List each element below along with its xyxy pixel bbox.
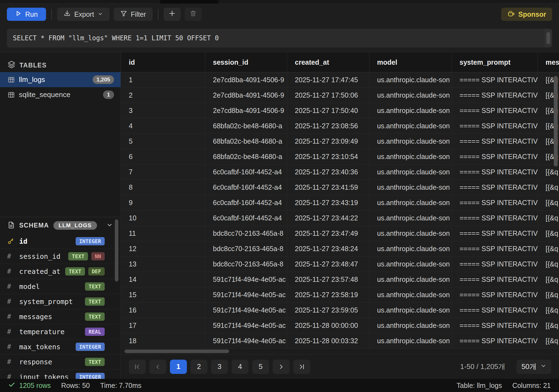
grid-horizontal-scrollbar[interactable] bbox=[121, 349, 559, 354]
table-cell[interactable]: ===== SSP INTERACTIV bbox=[452, 149, 538, 164]
table-cell[interactable]: [{&q bbox=[538, 287, 559, 302]
table-cell[interactable]: 591c71f4-494e-4e05-ac bbox=[205, 303, 287, 318]
grid-vertical-scrollbar-thumb[interactable] bbox=[554, 76, 558, 166]
sponsor-button[interactable]: Sponsor bbox=[501, 8, 552, 21]
table-cell[interactable]: 2025-11-28 00:03:32 bbox=[287, 333, 369, 348]
add-row-button[interactable] bbox=[164, 8, 181, 21]
table-cell[interactable]: 2025-11-27 17:50:40 bbox=[287, 103, 369, 118]
table-cell[interactable]: 15 bbox=[121, 287, 205, 302]
table-cell[interactable]: 2025-11-27 23:40:36 bbox=[287, 164, 369, 180]
table-cell[interactable]: 68bfa02c-be48-4680-a bbox=[205, 118, 287, 133]
table-cell[interactable]: [{&q bbox=[538, 257, 559, 272]
table-cell[interactable]: 11 bbox=[121, 226, 205, 241]
table-cell[interactable]: ===== SSP INTERACTIV bbox=[452, 318, 538, 333]
table-cell[interactable]: 2025-11-27 23:09:49 bbox=[287, 134, 369, 149]
table-cell[interactable]: ===== SSP INTERACTIV bbox=[452, 241, 538, 256]
column-header-messages[interactable]: messages bbox=[538, 52, 559, 72]
table-cell[interactable]: 2025-11-27 17:47:45 bbox=[287, 72, 369, 87]
table-cell[interactable]: ===== SSP INTERACTIV bbox=[452, 257, 538, 272]
table-cell[interactable]: us.anthropic.claude-son bbox=[369, 303, 452, 318]
table-cell[interactable]: us.anthropic.claude-son bbox=[369, 272, 452, 287]
table-cell[interactable]: 2025-11-27 23:47:49 bbox=[287, 226, 369, 241]
run-button[interactable]: Run bbox=[7, 8, 46, 21]
column-header-id[interactable]: id bbox=[121, 52, 205, 72]
page-button-4[interactable]: 4 bbox=[232, 360, 249, 374]
table-cell[interactable]: ===== SSP INTERACTIV bbox=[452, 303, 538, 318]
table-cell[interactable]: 2025-11-27 23:48:24 bbox=[287, 241, 369, 256]
table-cell[interactable]: us.anthropic.claude-son bbox=[369, 226, 452, 241]
table-cell[interactable]: 10 bbox=[121, 211, 205, 226]
table-cell[interactable]: 8 bbox=[121, 180, 205, 195]
table-cell[interactable]: ===== SSP INTERACTIV bbox=[452, 103, 538, 118]
table-cell[interactable]: ===== SSP INTERACTIV bbox=[452, 287, 538, 302]
table-cell[interactable]: 591c71f4-494e-4e05-ac bbox=[205, 272, 287, 287]
table-cell[interactable]: 2025-11-27 23:10:54 bbox=[287, 149, 369, 164]
table-cell[interactable]: 2e7cd8ba-4091-4506-9 bbox=[205, 72, 287, 87]
table-cell[interactable]: us.anthropic.claude-son bbox=[369, 88, 452, 103]
table-cell[interactable]: 2025-11-27 23:08:56 bbox=[287, 118, 369, 133]
column-header-system_prompt[interactable]: system_prompt bbox=[452, 52, 538, 72]
page-button-5[interactable]: 5 bbox=[252, 360, 269, 374]
table-cell[interactable]: [{&q bbox=[538, 180, 559, 195]
table-cell[interactable]: us.anthropic.claude-son bbox=[369, 318, 452, 333]
table-cell[interactable]: 6c0cafbf-160f-4452-a4 bbox=[205, 211, 287, 226]
schema-scrollbar-thumb[interactable] bbox=[115, 219, 118, 282]
table-cell[interactable]: 6c0cafbf-160f-4452-a4 bbox=[205, 180, 287, 195]
table-cell[interactable]: 2025-11-27 17:50:06 bbox=[287, 88, 369, 103]
table-cell[interactable]: 1 bbox=[121, 72, 205, 87]
table-cell[interactable]: 2025-11-27 23:57:48 bbox=[287, 272, 369, 287]
delete-row-button[interactable] bbox=[185, 8, 202, 21]
table-cell[interactable]: 2025-11-27 23:41:59 bbox=[287, 180, 369, 195]
table-cell[interactable]: 6c0cafbf-160f-4452-a4 bbox=[205, 164, 287, 180]
table-cell[interactable]: 591c71f4-494e-4e05-ac bbox=[205, 333, 287, 348]
table-cell[interactable]: ===== SSP INTERACTIV bbox=[452, 226, 538, 241]
table-cell[interactable]: 13 bbox=[121, 257, 205, 272]
table-cell[interactable]: [{&q bbox=[538, 195, 559, 210]
table-cell[interactable]: 14 bbox=[121, 272, 205, 287]
page-button-2[interactable]: 2 bbox=[190, 360, 207, 374]
previous-page-button[interactable] bbox=[149, 360, 166, 374]
table-cell[interactable]: 2025-11-27 23:58:19 bbox=[287, 287, 369, 302]
page-button-3[interactable]: 3 bbox=[211, 360, 228, 374]
table-cell[interactable]: ===== SSP INTERACTIV bbox=[452, 333, 538, 348]
table-cell[interactable]: us.anthropic.claude-son bbox=[369, 103, 452, 118]
table-cell[interactable]: ===== SSP INTERACTIV bbox=[452, 211, 538, 226]
sidebar-table-item-llm_logs[interactable]: llm_logs1,205 bbox=[0, 72, 121, 87]
next-page-button[interactable] bbox=[273, 360, 290, 374]
table-cell[interactable]: 2e7cd8ba-4091-4506-9 bbox=[205, 103, 287, 118]
table-cell[interactable]: 2 bbox=[121, 88, 205, 103]
sql-editor-scrollbar-thumb[interactable] bbox=[546, 32, 550, 44]
table-cell[interactable]: ===== SSP INTERACTIV bbox=[452, 118, 538, 133]
table-cell[interactable]: 3 bbox=[121, 103, 205, 118]
export-button[interactable]: Export bbox=[57, 8, 110, 21]
table-cell[interactable]: [{&q bbox=[538, 211, 559, 226]
column-header-created_at[interactable]: created_at bbox=[287, 52, 369, 72]
page-button-1[interactable]: 1 bbox=[170, 360, 187, 374]
table-cell[interactable]: 2025-11-27 23:44:22 bbox=[287, 211, 369, 226]
table-cell[interactable]: 9 bbox=[121, 195, 205, 210]
table-cell[interactable]: 68bfa02c-be48-4680-a bbox=[205, 134, 287, 149]
table-cell[interactable]: ===== SSP INTERACTIV bbox=[452, 195, 538, 210]
table-cell[interactable]: 2e7cd8ba-4091-4506-9 bbox=[205, 88, 287, 103]
table-cell[interactable]: us.anthropic.claude-son bbox=[369, 287, 452, 302]
table-cell[interactable]: ===== SSP INTERACTIV bbox=[452, 134, 538, 149]
table-cell[interactable]: us.anthropic.claude-son bbox=[369, 180, 452, 195]
table-cell[interactable]: [{&q bbox=[538, 333, 559, 348]
first-page-button[interactable] bbox=[129, 360, 146, 374]
table-cell[interactable]: us.anthropic.claude-son bbox=[369, 149, 452, 164]
grid-horizontal-scrollbar-thumb[interactable] bbox=[124, 350, 229, 353]
table-cell[interactable]: [{&q bbox=[538, 241, 559, 256]
table-cell[interactable]: us.anthropic.claude-son bbox=[369, 118, 452, 133]
table-cell[interactable]: bdc8cc70-2163-465a-8 bbox=[205, 257, 287, 272]
table-cell[interactable]: ===== SSP INTERACTIV bbox=[452, 88, 538, 103]
table-cell[interactable]: 6c0cafbf-160f-4452-a4 bbox=[205, 195, 287, 210]
table-cell[interactable]: 68bfa02c-be48-4680-a bbox=[205, 149, 287, 164]
table-cell[interactable]: us.anthropic.claude-son bbox=[369, 195, 452, 210]
table-cell[interactable]: ===== SSP INTERACTIV bbox=[452, 272, 538, 287]
table-cell[interactable]: us.anthropic.claude-son bbox=[369, 241, 452, 256]
table-cell[interactable]: [{&q bbox=[538, 303, 559, 318]
table-cell[interactable]: ===== SSP INTERACTIV bbox=[452, 72, 538, 87]
table-cell[interactable]: 12 bbox=[121, 241, 205, 256]
page-size-select[interactable]: 50개 bbox=[517, 360, 551, 374]
table-cell[interactable]: bdc8cc70-2163-465a-8 bbox=[205, 241, 287, 256]
